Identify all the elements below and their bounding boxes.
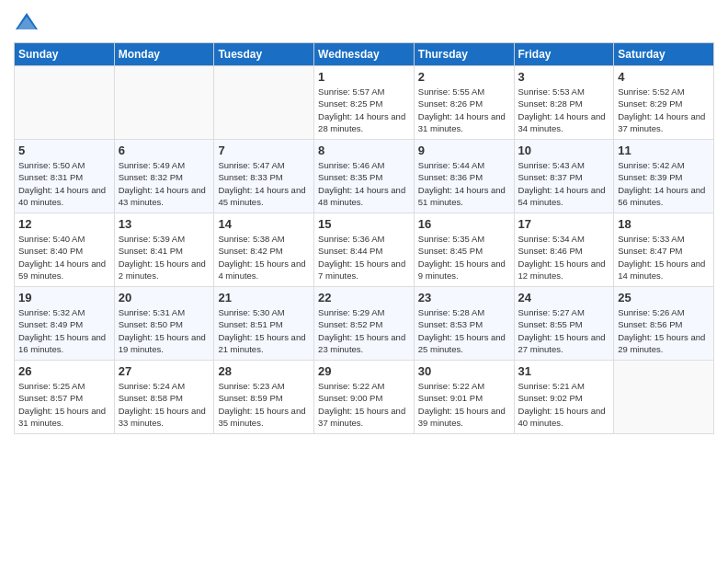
calendar-cell: 26Sunrise: 5:25 AM Sunset: 8:57 PM Dayli… [15,361,115,434]
calendar-cell: 3Sunrise: 5:53 AM Sunset: 8:28 PM Daylig… [514,66,614,140]
calendar-cell: 23Sunrise: 5:28 AM Sunset: 8:53 PM Dayli… [414,287,514,361]
day-number: 30 [418,364,510,378]
day-number: 25 [618,291,710,304]
logo [14,9,43,35]
day-number: 11 [618,144,710,157]
calendar-cell: 15Sunrise: 5:36 AM Sunset: 8:44 PM Dayli… [314,213,415,287]
calendar-header-wednesday: Wednesday [314,43,415,66]
calendar: SundayMondayTuesdayWednesdayThursdayFrid… [14,42,714,434]
day-info: Sunrise: 5:22 AM Sunset: 9:00 PM Dayligh… [318,380,410,429]
calendar-cell: 13Sunrise: 5:39 AM Sunset: 8:41 PM Dayli… [114,213,214,287]
day-number: 29 [318,364,410,378]
day-info: Sunrise: 5:32 AM Sunset: 8:49 PM Dayligh… [18,306,110,355]
logo-icon [14,9,40,35]
day-info: Sunrise: 5:57 AM Sunset: 8:25 PM Dayligh… [318,86,410,134]
calendar-week-4: 26Sunrise: 5:25 AM Sunset: 8:57 PM Dayli… [15,361,714,434]
day-info: Sunrise: 5:31 AM Sunset: 8:50 PM Dayligh… [119,306,210,355]
calendar-header-row: SundayMondayTuesdayWednesdayThursdayFrid… [15,43,714,66]
day-info: Sunrise: 5:33 AM Sunset: 8:47 PM Dayligh… [618,233,710,282]
day-info: Sunrise: 5:27 AM Sunset: 8:55 PM Dayligh… [518,306,610,355]
day-info: Sunrise: 5:47 AM Sunset: 8:33 PM Dayligh… [218,159,310,208]
day-number: 27 [119,364,210,378]
day-number: 13 [119,217,210,231]
calendar-cell: 31Sunrise: 5:21 AM Sunset: 9:02 PM Dayli… [514,361,614,434]
calendar-week-2: 12Sunrise: 5:40 AM Sunset: 8:40 PM Dayli… [15,213,714,287]
day-info: Sunrise: 5:44 AM Sunset: 8:36 PM Dayligh… [418,159,510,208]
calendar-cell: 1Sunrise: 5:57 AM Sunset: 8:25 PM Daylig… [314,66,415,140]
day-info: Sunrise: 5:35 AM Sunset: 8:45 PM Dayligh… [418,233,510,282]
calendar-cell [114,66,214,140]
day-number: 7 [218,144,310,157]
calendar-cell [214,66,314,140]
day-number: 21 [218,291,310,304]
calendar-cell: 17Sunrise: 5:34 AM Sunset: 8:46 PM Dayli… [514,213,614,287]
day-info: Sunrise: 5:40 AM Sunset: 8:40 PM Dayligh… [18,233,110,282]
day-number: 20 [119,291,210,304]
header [14,9,714,35]
calendar-cell: 8Sunrise: 5:46 AM Sunset: 8:35 PM Daylig… [314,140,415,213]
day-info: Sunrise: 5:38 AM Sunset: 8:42 PM Dayligh… [218,233,310,282]
day-info: Sunrise: 5:21 AM Sunset: 9:02 PM Dayligh… [518,380,610,429]
day-number: 9 [418,144,510,157]
calendar-cell: 28Sunrise: 5:23 AM Sunset: 8:59 PM Dayli… [214,361,314,434]
day-info: Sunrise: 5:52 AM Sunset: 8:29 PM Dayligh… [618,86,710,134]
day-info: Sunrise: 5:34 AM Sunset: 8:46 PM Dayligh… [518,233,610,282]
day-info: Sunrise: 5:50 AM Sunset: 8:31 PM Dayligh… [18,159,110,208]
day-info: Sunrise: 5:24 AM Sunset: 8:58 PM Dayligh… [119,380,210,429]
calendar-cell: 12Sunrise: 5:40 AM Sunset: 8:40 PM Dayli… [15,213,115,287]
day-number: 5 [18,144,110,157]
day-info: Sunrise: 5:26 AM Sunset: 8:56 PM Dayligh… [618,306,710,355]
day-number: 3 [518,70,610,84]
day-number: 18 [618,217,710,231]
calendar-cell: 18Sunrise: 5:33 AM Sunset: 8:47 PM Dayli… [614,213,714,287]
day-number: 28 [218,364,310,378]
day-number: 2 [418,70,510,84]
calendar-week-3: 19Sunrise: 5:32 AM Sunset: 8:49 PM Dayli… [15,287,714,361]
day-number: 16 [418,217,510,231]
day-info: Sunrise: 5:46 AM Sunset: 8:35 PM Dayligh… [318,159,410,208]
day-number: 10 [518,144,610,157]
day-info: Sunrise: 5:36 AM Sunset: 8:44 PM Dayligh… [318,233,410,282]
calendar-cell: 21Sunrise: 5:30 AM Sunset: 8:51 PM Dayli… [214,287,314,361]
calendar-cell: 27Sunrise: 5:24 AM Sunset: 8:58 PM Dayli… [114,361,214,434]
day-info: Sunrise: 5:49 AM Sunset: 8:32 PM Dayligh… [119,159,210,208]
calendar-header-thursday: Thursday [414,43,514,66]
calendar-header-monday: Monday [114,43,214,66]
day-info: Sunrise: 5:22 AM Sunset: 9:01 PM Dayligh… [418,380,510,429]
day-number: 31 [518,364,610,378]
day-number: 8 [318,144,410,157]
day-info: Sunrise: 5:29 AM Sunset: 8:52 PM Dayligh… [318,306,410,355]
calendar-cell: 22Sunrise: 5:29 AM Sunset: 8:52 PM Dayli… [314,287,415,361]
calendar-header-saturday: Saturday [614,43,714,66]
calendar-cell: 5Sunrise: 5:50 AM Sunset: 8:31 PM Daylig… [15,140,115,213]
day-number: 26 [18,364,110,378]
day-info: Sunrise: 5:30 AM Sunset: 8:51 PM Dayligh… [218,306,310,355]
day-info: Sunrise: 5:28 AM Sunset: 8:53 PM Dayligh… [418,306,510,355]
calendar-cell: 2Sunrise: 5:55 AM Sunset: 8:26 PM Daylig… [414,66,514,140]
calendar-cell: 9Sunrise: 5:44 AM Sunset: 8:36 PM Daylig… [414,140,514,213]
day-info: Sunrise: 5:25 AM Sunset: 8:57 PM Dayligh… [18,380,110,429]
page: SundayMondayTuesdayWednesdayThursdayFrid… [0,0,728,563]
calendar-cell: 4Sunrise: 5:52 AM Sunset: 8:29 PM Daylig… [614,66,714,140]
calendar-cell: 16Sunrise: 5:35 AM Sunset: 8:45 PM Dayli… [414,213,514,287]
day-info: Sunrise: 5:55 AM Sunset: 8:26 PM Dayligh… [418,86,510,134]
calendar-cell: 20Sunrise: 5:31 AM Sunset: 8:50 PM Dayli… [114,287,214,361]
day-number: 4 [618,70,710,84]
day-info: Sunrise: 5:43 AM Sunset: 8:37 PM Dayligh… [518,159,610,208]
day-info: Sunrise: 5:53 AM Sunset: 8:28 PM Dayligh… [518,86,610,134]
day-info: Sunrise: 5:42 AM Sunset: 8:39 PM Dayligh… [618,159,710,208]
day-number: 22 [318,291,410,304]
day-number: 19 [18,291,110,304]
calendar-header-friday: Friday [514,43,614,66]
day-info: Sunrise: 5:23 AM Sunset: 8:59 PM Dayligh… [218,380,310,429]
day-number: 12 [18,217,110,231]
day-number: 24 [518,291,610,304]
day-info: Sunrise: 5:39 AM Sunset: 8:41 PM Dayligh… [119,233,210,282]
day-number: 14 [218,217,310,231]
day-number: 1 [318,70,410,84]
calendar-cell [15,66,115,140]
calendar-cell: 6Sunrise: 5:49 AM Sunset: 8:32 PM Daylig… [114,140,214,213]
calendar-week-1: 5Sunrise: 5:50 AM Sunset: 8:31 PM Daylig… [15,140,714,213]
calendar-cell: 25Sunrise: 5:26 AM Sunset: 8:56 PM Dayli… [614,287,714,361]
calendar-cell [614,361,714,434]
